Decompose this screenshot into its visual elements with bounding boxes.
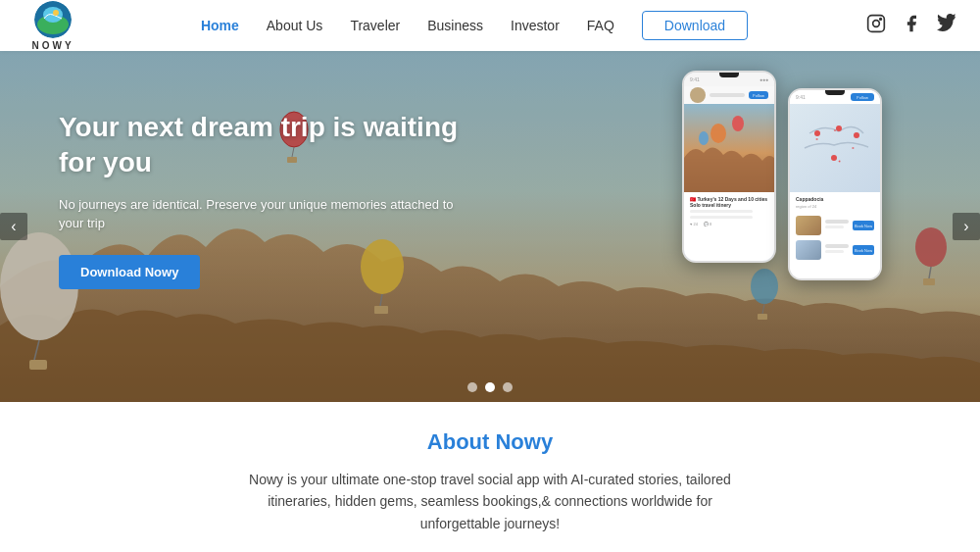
facebook-icon[interactable]: [902, 14, 921, 38]
phone-list-area: Book Now Book Now: [790, 212, 880, 278]
phone-mockup-1: 9:41 ●●● Follow: [682, 71, 776, 263]
svg-point-29: [732, 116, 744, 131]
hero-subtitle: No journeys are identical. Preserve your…: [59, 195, 470, 233]
svg-rect-4: [868, 15, 885, 31]
instagram-icon[interactable]: [866, 14, 886, 38]
phone-content-1: 🇹🇷 Turkey's 12 Days and 10 cities Solo t…: [684, 192, 774, 261]
phone-item-lines-1: [825, 220, 849, 231]
carousel-prev-button[interactable]: ‹: [0, 213, 27, 240]
download-button[interactable]: Download: [642, 11, 748, 40]
svg-point-30: [699, 131, 709, 145]
svg-point-28: [710, 124, 726, 143]
hero-title: Your next dream trip is waiting for you: [59, 110, 470, 181]
svg-point-5: [873, 20, 880, 26]
phone-list-item-1: Book Now: [796, 216, 874, 235]
nav-home[interactable]: Home: [201, 18, 239, 33]
phone-thumb-2: [796, 240, 821, 260]
svg-point-3: [53, 10, 59, 16]
phone-screen-1: 9:41 ●●● Follow: [684, 73, 774, 261]
hero-section: Your next dream trip is waiting for you …: [0, 51, 980, 402]
carousel-next-button[interactable]: ›: [953, 213, 980, 240]
nav-investor[interactable]: Investor: [511, 18, 560, 33]
phone-list-item-2: Book Now: [796, 240, 874, 260]
nav-faq[interactable]: FAQ: [587, 18, 614, 33]
hero-content: Your next dream trip is waiting for you …: [59, 110, 470, 289]
carousel-dot-3[interactable]: [503, 382, 513, 392]
nav-links: Home About Us Traveler Business Investor…: [201, 11, 748, 40]
logo-icon: [34, 1, 72, 38]
svg-point-6: [880, 18, 882, 20]
logo-wordmark: NOWY: [31, 40, 74, 51]
navbar: NOWY Home About Us Traveler Business Inv…: [0, 0, 980, 51]
phone-item-lines-2: [825, 244, 849, 256]
nav-traveler[interactable]: Traveler: [350, 18, 400, 33]
phone-mockup-2: 9:41 Follow: [788, 88, 882, 280]
about-title: About Nowy: [20, 429, 960, 455]
phone-mockups: 9:41 ●●● Follow: [682, 71, 882, 280]
about-section: About Nowy Nowy is your ultimate one-sto…: [0, 402, 980, 552]
phone-notch-1: [719, 73, 739, 77]
carousel-dots: [467, 382, 513, 392]
about-text: Nowy is your ultimate one-stop travel so…: [245, 469, 735, 534]
phone-notch-2: [825, 90, 845, 95]
logo[interactable]: NOWY: [24, 1, 82, 51]
phone-thumb-1: [796, 216, 821, 235]
phone-screen-2: 9:41 Follow: [790, 90, 880, 278]
social-links: [866, 14, 956, 38]
hero-cta-button[interactable]: Download Nowy: [59, 255, 200, 289]
phone-map-dots: [790, 104, 880, 192]
nav-business[interactable]: Business: [427, 18, 483, 33]
twitter-icon[interactable]: [937, 14, 956, 38]
phone-map-area: [790, 104, 880, 192]
phone-image-1: [684, 104, 774, 192]
carousel-dot-1[interactable]: [467, 382, 477, 392]
nav-about[interactable]: About Us: [267, 18, 323, 33]
carousel-dot-2[interactable]: [485, 382, 495, 392]
